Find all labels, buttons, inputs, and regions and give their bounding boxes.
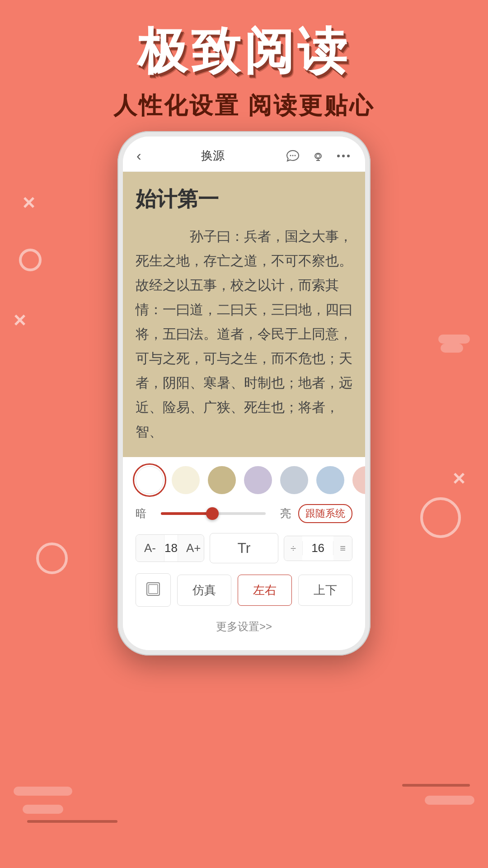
color-swatch-skyblue[interactable]: [316, 466, 344, 494]
source-switch-button[interactable]: 换源: [201, 148, 225, 164]
brightness-row: 暗 亮 跟随系统: [136, 504, 352, 523]
svg-point-7: [337, 155, 340, 157]
settings-panel: 暗 亮 跟随系统 A- 18 A+: [123, 457, 365, 650]
decor-wave-4: [438, 335, 470, 344]
chat-icon[interactable]: [285, 148, 301, 164]
decor-wave-5: [441, 344, 463, 353]
svg-point-4: [316, 154, 320, 158]
top-bar-icons: [285, 148, 352, 164]
decor-x-3: ×: [453, 466, 465, 491]
font-size-control: A- 18 A+: [136, 534, 204, 562]
font-decrease-button[interactable]: A-: [136, 535, 164, 561]
more-icon[interactable]: [335, 148, 352, 164]
color-swatch-lightblue[interactable]: [280, 466, 308, 494]
brightness-dark-label: 暗: [136, 506, 154, 521]
decor-wave-1: [14, 787, 72, 796]
horiz-line-1: [27, 820, 117, 823]
brightness-light-label: 亮: [273, 506, 291, 521]
svg-point-2: [295, 155, 296, 156]
font-increase-button[interactable]: A+: [178, 535, 204, 561]
vertical-mode-button[interactable]: 上下: [298, 575, 352, 606]
decor-circle-2: [36, 542, 68, 574]
simulated-mode-button[interactable]: 仿真: [177, 575, 231, 606]
color-swatch-lavender[interactable]: [244, 466, 272, 494]
horizontal-mode-button[interactable]: 左右: [238, 575, 292, 606]
phone-inner: ‹ 换源: [123, 137, 365, 650]
line-decrease-icon[interactable]: ÷: [284, 536, 302, 561]
decor-circle-1: [19, 249, 42, 271]
back-button[interactable]: ‹: [136, 147, 141, 164]
phone-outer: ‹ 换源: [117, 131, 371, 656]
main-title: 极致阅读: [0, 18, 488, 85]
brightness-thumb[interactable]: [206, 507, 219, 520]
line-increase-icon[interactable]: ≡: [333, 536, 352, 561]
decor-circle-3: [420, 497, 461, 538]
svg-rect-11: [149, 585, 158, 594]
decor-x-1: ×: [23, 190, 35, 215]
decor-wave-3: [425, 796, 474, 805]
font-type-label: Tr: [237, 540, 250, 557]
decor-x-2: ×: [14, 307, 26, 332]
color-row: [136, 466, 352, 494]
reading-text: 孙子曰：兵者，国之大事，死生之地，存亡之道，不可不察也。故经之以五事，校之以计，…: [136, 224, 352, 444]
audio-icon[interactable]: [310, 148, 326, 164]
subtitle: 人性化设置 阅读更贴心: [0, 90, 488, 122]
color-swatch-cream[interactable]: [172, 466, 200, 494]
font-row: A- 18 A+ Tr ÷ 16 ≡: [136, 533, 352, 563]
line-height-control: ÷ 16 ≡: [284, 536, 352, 561]
screen-content: ‹ 换源: [123, 137, 365, 650]
color-swatch-pink[interactable]: [352, 466, 365, 494]
line-height-value: 16: [302, 541, 333, 555]
svg-point-8: [342, 155, 345, 157]
decor-wave-2: [23, 805, 63, 814]
brightness-slider[interactable]: [161, 512, 266, 515]
page-mode-row: 仿真 左右 上下: [136, 573, 352, 607]
svg-point-1: [292, 155, 294, 156]
title-area: 极致阅读 人性化设置 阅读更贴心: [0, 18, 488, 122]
scroll-mode-icon-button[interactable]: [136, 573, 171, 607]
horiz-line-2: [402, 784, 470, 787]
font-size-value: 18: [164, 535, 178, 561]
more-settings-link[interactable]: 更多设置>>: [136, 615, 352, 641]
brightness-fill: [161, 512, 208, 515]
chapter-title: 始计第一: [136, 185, 352, 213]
color-swatch-tan[interactable]: [208, 466, 236, 494]
system-follow-badge[interactable]: 跟随系统: [298, 504, 352, 523]
font-type-button[interactable]: Tr: [210, 533, 278, 563]
svg-point-0: [290, 155, 291, 156]
color-swatch-white[interactable]: [136, 466, 164, 494]
svg-point-9: [347, 155, 350, 157]
reading-area[interactable]: 始计第一 孙子曰：兵者，国之大事，死生之地，存亡之道，不可不察也。故经之以五事，…: [123, 172, 365, 457]
phone-mockup: ‹ 换源: [117, 131, 371, 656]
top-bar: ‹ 换源: [123, 137, 365, 172]
